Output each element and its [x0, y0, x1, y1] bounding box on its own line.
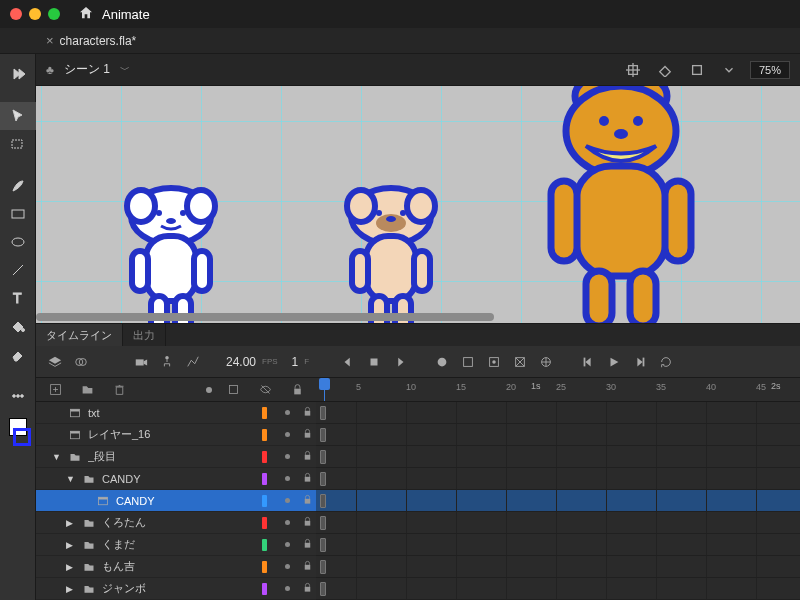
- track-row[interactable]: [316, 490, 800, 512]
- layer-twist-icon[interactable]: ▼: [66, 474, 76, 484]
- layer-twist-icon[interactable]: ▶: [66, 540, 76, 550]
- stage-horizontal-scrollbar[interactable]: [36, 313, 494, 321]
- document-tab[interactable]: characters.fla*: [60, 34, 137, 48]
- remove-frame-icon[interactable]: [457, 351, 479, 373]
- visibility-column-icon[interactable]: [254, 379, 276, 401]
- zoom-window[interactable]: [48, 8, 60, 20]
- layer-color-chip[interactable]: [262, 451, 267, 463]
- text-tool[interactable]: T: [0, 284, 36, 312]
- character-white-dog[interactable]: [106, 181, 236, 323]
- brush-tool[interactable]: [0, 172, 36, 200]
- layer-color-chip[interactable]: [262, 407, 267, 419]
- fps-value[interactable]: 24.00: [226, 355, 256, 369]
- minimize-window[interactable]: [29, 8, 41, 20]
- tab-output[interactable]: 出力: [123, 324, 166, 346]
- next-keyframe-icon[interactable]: [389, 351, 411, 373]
- layer-row[interactable]: ▶ジャンボ: [36, 578, 316, 600]
- frame-ruler[interactable]: 5101520253035404550 1s 2s: [316, 378, 800, 402]
- layer-twist-icon[interactable]: ▶: [66, 584, 76, 594]
- layer-lock-icon[interactable]: [302, 494, 316, 507]
- play-icon[interactable]: [603, 351, 625, 373]
- stroke-color-swatch[interactable]: [13, 428, 31, 446]
- layer-name[interactable]: レイヤー_16: [88, 427, 256, 442]
- auto-keyframe-icon[interactable]: [535, 351, 557, 373]
- zoom-dropdown-icon[interactable]: [718, 59, 740, 81]
- line-tool[interactable]: [0, 256, 36, 284]
- layer-lock-icon[interactable]: [302, 428, 316, 441]
- insert-keyframe-icon[interactable]: [363, 351, 385, 373]
- center-stage-icon[interactable]: [622, 59, 644, 81]
- loop-icon[interactable]: [655, 351, 677, 373]
- camera-icon[interactable]: [130, 351, 152, 373]
- layer-row[interactable]: ▼_段目: [36, 446, 316, 468]
- keyframe[interactable]: [320, 450, 326, 464]
- clip-stage-icon[interactable]: [654, 59, 676, 81]
- character-tan-dog[interactable]: [326, 181, 456, 323]
- track-row[interactable]: [316, 402, 800, 424]
- layer-row[interactable]: txt: [36, 402, 316, 424]
- color-swatches[interactable]: [0, 418, 35, 446]
- new-layer-icon[interactable]: [44, 379, 66, 401]
- layer-row[interactable]: ▶くろたん: [36, 512, 316, 534]
- close-window[interactable]: [10, 8, 22, 20]
- layer-name[interactable]: _段目: [88, 449, 256, 464]
- layers-icon[interactable]: [44, 351, 66, 373]
- prev-keyframe-icon[interactable]: [337, 351, 359, 373]
- character-orange-bear[interactable]: [516, 86, 726, 323]
- layer-row[interactable]: ▶くまだ: [36, 534, 316, 556]
- layer-color-chip[interactable]: [262, 583, 267, 595]
- layer-row[interactable]: ▼CANDY: [36, 468, 316, 490]
- ellipse-tool[interactable]: [0, 228, 36, 256]
- layer-color-chip[interactable]: [262, 473, 267, 485]
- keyframe[interactable]: [320, 428, 326, 442]
- layer-row[interactable]: CANDY: [36, 490, 316, 512]
- layer-row[interactable]: レイヤー_16: [36, 424, 316, 446]
- onion-skin-icon[interactable]: [70, 351, 92, 373]
- layer-visibility-dot[interactable]: [285, 520, 290, 525]
- layer-visibility-dot[interactable]: [285, 432, 290, 437]
- layer-lock-icon[interactable]: [302, 560, 316, 573]
- step-forward-icon[interactable]: [629, 351, 651, 373]
- keyframe[interactable]: [320, 406, 326, 420]
- layer-twist-icon[interactable]: ▶: [66, 518, 76, 528]
- clear-keyframe-icon[interactable]: [509, 351, 531, 373]
- layer-visibility-dot[interactable]: [285, 476, 290, 481]
- layer-name[interactable]: くろたん: [102, 515, 256, 530]
- blank-keyframe-icon[interactable]: [483, 351, 505, 373]
- layer-twist-icon[interactable]: ▼: [52, 452, 62, 462]
- new-folder-icon[interactable]: [76, 379, 98, 401]
- home-icon[interactable]: [78, 5, 94, 24]
- track-row[interactable]: [316, 556, 800, 578]
- layer-color-chip[interactable]: [262, 517, 267, 529]
- zoom-level[interactable]: 75%: [750, 61, 790, 79]
- layer-lock-icon[interactable]: [302, 472, 316, 485]
- parenting-icon[interactable]: [156, 351, 178, 373]
- scene-name[interactable]: シーン 1: [64, 61, 110, 78]
- more-tools-icon[interactable]: [0, 382, 36, 410]
- playhead[interactable]: [324, 378, 325, 401]
- track-row[interactable]: [316, 424, 800, 446]
- highlight-column-icon[interactable]: [206, 387, 212, 393]
- layer-visibility-dot[interactable]: [285, 586, 290, 591]
- stage-canvas[interactable]: [36, 86, 800, 323]
- track-row[interactable]: [316, 512, 800, 534]
- track-row[interactable]: [316, 578, 800, 600]
- layer-lock-icon[interactable]: [302, 406, 316, 419]
- eraser-tool[interactable]: [0, 340, 36, 368]
- layer-twist-icon[interactable]: ▶: [66, 562, 76, 572]
- track-row[interactable]: [316, 468, 800, 490]
- track-row[interactable]: [316, 534, 800, 556]
- layer-visibility-dot[interactable]: [285, 498, 290, 503]
- layer-visibility-dot[interactable]: [285, 410, 290, 415]
- delete-layer-icon[interactable]: [108, 379, 130, 401]
- layer-name[interactable]: ジャンボ: [102, 581, 256, 596]
- layer-name[interactable]: CANDY: [116, 495, 256, 507]
- rotate-view-icon[interactable]: [686, 59, 708, 81]
- keyframe[interactable]: [320, 516, 326, 530]
- step-back-icon[interactable]: [577, 351, 599, 373]
- layer-color-chip[interactable]: [262, 539, 267, 551]
- keyframe[interactable]: [320, 494, 326, 508]
- keyframe[interactable]: [320, 472, 326, 486]
- layer-visibility-dot[interactable]: [285, 542, 290, 547]
- outline-column-icon[interactable]: [222, 379, 244, 401]
